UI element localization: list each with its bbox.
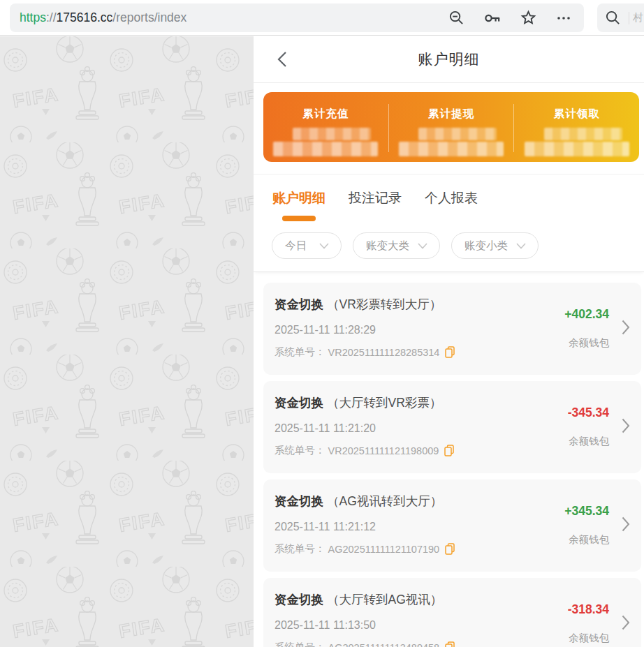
chevron-right-icon[interactable] bbox=[622, 516, 630, 535]
filter-minor-category-dropdown[interactable]: 账变小类 bbox=[451, 232, 539, 259]
url-separator: :// bbox=[46, 10, 57, 24]
url-scheme: https bbox=[20, 10, 46, 24]
filter-label: 账变小类 bbox=[464, 239, 508, 253]
order-label: 系统单号： bbox=[275, 641, 325, 647]
transaction-amount: -345.34 bbox=[568, 406, 609, 420]
order-number: AG202511111113489458 bbox=[328, 642, 440, 647]
summary-total-received: 累计领取 bbox=[514, 92, 639, 162]
back-button[interactable] bbox=[272, 49, 293, 70]
transaction-order: 系统单号：AG202511111113489458 bbox=[275, 641, 455, 647]
summary-total-deposit: 累计充值 bbox=[263, 92, 388, 162]
copy-icon[interactable] bbox=[445, 543, 455, 555]
summary-total-withdrawal: 累计提现 bbox=[389, 92, 514, 162]
summary-label: 累计领取 bbox=[554, 107, 600, 121]
masked-value bbox=[399, 128, 504, 156]
transaction-datetime: 2025-11-11 11:13:50 bbox=[275, 619, 455, 632]
chevron-right-icon[interactable] bbox=[622, 418, 630, 436]
fifa-pattern-background: FIFA bbox=[0, 36, 254, 647]
filter-label: 账变大类 bbox=[366, 239, 409, 253]
masked-value bbox=[273, 128, 378, 156]
browser-search-box[interactable]: 村 bbox=[597, 3, 644, 32]
search-hint-text: 村 bbox=[633, 11, 643, 24]
chevron-down-icon bbox=[418, 243, 427, 249]
transaction-datetime: 2025-11-11 11:21:20 bbox=[275, 422, 454, 435]
transaction-title: 资金切换（大厅转到VR彩票） bbox=[275, 394, 454, 411]
transaction-title: 资金切换（AG视讯转到大厅） bbox=[275, 493, 455, 510]
transaction-amount: -318.34 bbox=[568, 602, 609, 617]
app-header: 账户明细 bbox=[254, 36, 644, 83]
order-label: 系统单号： bbox=[275, 345, 325, 359]
search-divider bbox=[629, 12, 629, 24]
tab-label: 账户明细 bbox=[272, 191, 325, 205]
summary-label: 累计提现 bbox=[428, 107, 474, 121]
transaction-title: 资金切换（VR彩票转到大厅） bbox=[275, 296, 455, 313]
transaction-datetime: 2025-11-11 11:28:29 bbox=[275, 324, 455, 336]
tab-label: 个人报表 bbox=[425, 191, 478, 205]
transaction-row[interactable]: 资金切换（VR彩票转到大厅） 2025-11-11 11:28:29 系统单号：… bbox=[263, 283, 641, 375]
filter-bar: 今日 账变大类 账变小类 bbox=[254, 221, 644, 272]
wallet-label: 余额钱包 bbox=[569, 435, 609, 448]
copy-icon[interactable] bbox=[445, 346, 455, 358]
tab-bar: 账户明细 投注记录 个人报表 bbox=[254, 174, 644, 221]
back-chevron-icon bbox=[277, 51, 287, 68]
url-text[interactable]: https://175616.cc/reports/index bbox=[20, 10, 448, 25]
transaction-order: 系统单号：AG202511111121107190 bbox=[275, 542, 455, 556]
order-number: VR202511111121198009 bbox=[328, 445, 439, 456]
fifa-pattern-art: FIFA bbox=[0, 36, 254, 647]
transaction-row[interactable]: 资金切换（大厅转到VR彩票） 2025-11-11 11:21:20 系统单号：… bbox=[263, 381, 641, 473]
url-path: /reports/index bbox=[112, 10, 186, 24]
chevron-down-icon bbox=[319, 243, 329, 249]
filter-major-category-dropdown[interactable]: 账变大类 bbox=[353, 232, 440, 259]
order-label: 系统单号： bbox=[275, 444, 325, 457]
order-number: VR202511111128285314 bbox=[328, 347, 440, 358]
page-title: 账户明细 bbox=[418, 50, 480, 69]
transaction-title: 资金切换（大厅转到AG视讯） bbox=[275, 591, 455, 608]
transaction-amount: +402.34 bbox=[564, 307, 609, 322]
active-tab-underline bbox=[282, 216, 316, 221]
chevron-down-icon bbox=[516, 243, 526, 249]
masked-value bbox=[525, 128, 629, 156]
order-label: 系统单号： bbox=[275, 542, 325, 556]
tab-account-details[interactable]: 账户明细 bbox=[272, 189, 325, 221]
summary-card: 累计充值 累计提现 累计领取 bbox=[263, 92, 639, 162]
summary-label: 累计充值 bbox=[302, 107, 349, 121]
transaction-datetime: 2025-11-11 11:21:12 bbox=[275, 521, 455, 533]
wallet-label: 余额钱包 bbox=[569, 533, 609, 546]
copy-icon[interactable] bbox=[445, 641, 455, 647]
wallet-label: 余额钱包 bbox=[569, 336, 609, 350]
tab-label: 投注记录 bbox=[349, 191, 402, 205]
address-bar[interactable]: https://175616.cc/reports/index bbox=[10, 3, 584, 32]
browser-bar: https://175616.cc/reports/index bbox=[0, 0, 644, 36]
tab-bet-records[interactable]: 投注记录 bbox=[349, 189, 402, 221]
app-view: 账户明细 累计充值 累计提现 累计领取 bbox=[254, 36, 644, 647]
more-menu-icon[interactable] bbox=[555, 10, 572, 27]
filter-date-dropdown[interactable]: 今日 bbox=[272, 232, 342, 259]
key-icon[interactable] bbox=[483, 10, 502, 26]
transaction-amount: +345.34 bbox=[564, 504, 609, 519]
chevron-right-icon[interactable] bbox=[622, 320, 630, 338]
transaction-list: 资金切换（VR彩票转到大厅） 2025-11-11 11:28:29 系统单号：… bbox=[254, 272, 644, 647]
transaction-row[interactable]: 资金切换（大厅转到AG视讯） 2025-11-11 11:13:50 系统单号：… bbox=[263, 578, 641, 647]
order-number: AG202511111121107190 bbox=[328, 544, 440, 555]
chevron-right-icon[interactable] bbox=[622, 615, 630, 633]
transaction-order: 系统单号：VR202511111128285314 bbox=[275, 345, 455, 359]
zoom-out-icon[interactable] bbox=[448, 10, 464, 26]
url-host: 175616.cc bbox=[57, 10, 113, 24]
search-icon bbox=[605, 10, 621, 26]
star-icon[interactable] bbox=[520, 10, 536, 26]
transaction-row[interactable]: 资金切换（AG视讯转到大厅） 2025-11-11 11:21:12 系统单号：… bbox=[263, 479, 641, 572]
transaction-order: 系统单号：VR202511111121198009 bbox=[275, 444, 454, 457]
filter-label: 今日 bbox=[285, 239, 307, 253]
tab-personal-report[interactable]: 个人报表 bbox=[425, 189, 478, 221]
wallet-label: 余额钱包 bbox=[569, 632, 609, 645]
copy-icon[interactable] bbox=[444, 445, 454, 456]
